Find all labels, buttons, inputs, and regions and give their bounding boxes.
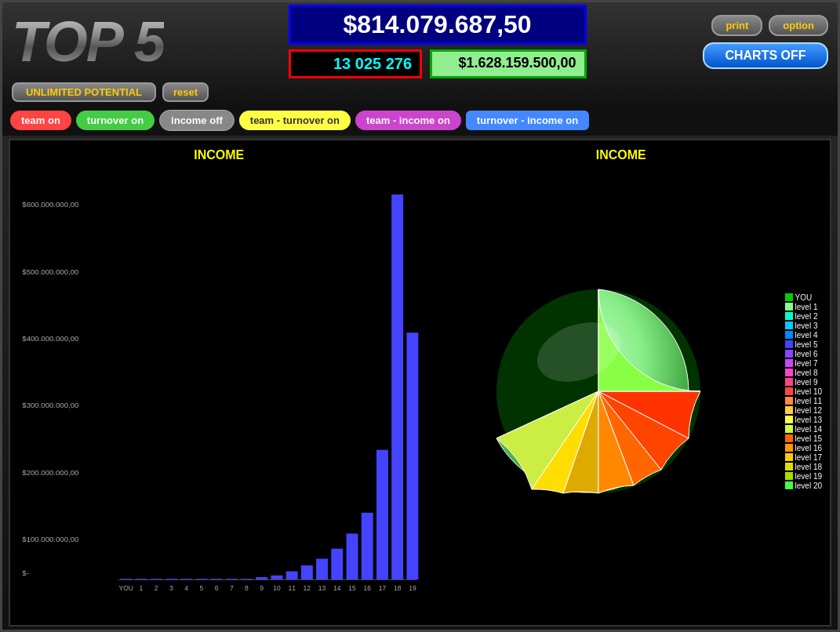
legend-color-swatch <box>785 340 793 348</box>
team-on-button[interactable]: team on <box>10 111 71 130</box>
team-income-on-button[interactable]: team - income on <box>355 111 461 130</box>
svg-text:$-: $- <box>22 568 29 577</box>
pie-svg-wrapper <box>420 281 777 501</box>
svg-rect-18 <box>271 576 282 579</box>
legend-color-swatch <box>785 416 793 423</box>
legend-color-swatch <box>785 312 793 320</box>
chart-area: INCOME $600.000.000,00 $500.000.000,00 $… <box>9 139 831 627</box>
team-turnover-on-button[interactable]: team - turnover on <box>239 111 351 130</box>
print-button[interactable]: print <box>711 15 762 36</box>
legend-item: level 18 <box>785 463 822 471</box>
legend-item: level 19 <box>785 472 822 481</box>
legend-label-text: level 2 <box>795 312 818 321</box>
legend-label-text: level 4 <box>795 331 818 340</box>
legend-item: level 11 <box>785 397 822 405</box>
legend-label-text: level 12 <box>795 406 822 415</box>
legend-item: level 2 <box>785 312 822 321</box>
legend-label-text: level 10 <box>795 387 822 396</box>
legend-item: level 20 <box>785 481 822 490</box>
svg-rect-24 <box>362 513 373 579</box>
legend-item: level 14 <box>785 425 822 434</box>
bar-chart-svg: $600.000.000,00 $500.000.000,00 $400.000… <box>18 165 420 617</box>
charts-off-button[interactable]: CHARTS OFF <box>703 42 828 69</box>
legend-item: level 3 <box>785 321 822 330</box>
legend-color-swatch <box>785 331 793 339</box>
legend-color-swatch <box>785 481 793 489</box>
legend-label-text: level 15 <box>795 434 822 443</box>
svg-text:19: 19 <box>409 584 416 592</box>
svg-rect-10 <box>151 579 162 579</box>
bar-chart-section: INCOME $600.000.000,00 $500.000.000,00 $… <box>18 148 420 617</box>
svg-text:3: 3 <box>169 584 173 592</box>
svg-rect-15 <box>226 579 238 579</box>
legend-label-text: level 3 <box>795 321 818 330</box>
pie-chart-svg <box>489 281 708 501</box>
legend-label-text: level 18 <box>795 463 822 471</box>
svg-text:$100.000.000,00: $100.000.000,00 <box>22 535 78 543</box>
svg-rect-22 <box>331 549 343 580</box>
legend-item: level 7 <box>785 359 822 368</box>
total-box: $1.628.159.500,00 <box>430 49 586 78</box>
svg-rect-11 <box>165 579 177 579</box>
total-value: $1.628.159.500,00 <box>458 55 576 71</box>
svg-rect-19 <box>286 572 298 580</box>
svg-text:8: 8 <box>245 584 249 592</box>
legend-item: level 15 <box>785 434 822 443</box>
legend-item: level 10 <box>785 387 822 396</box>
income-off-button[interactable]: income off <box>159 110 235 131</box>
svg-text:13: 13 <box>318 584 326 592</box>
legend-color-swatch <box>785 406 793 414</box>
svg-rect-13 <box>195 579 207 579</box>
bar-chart-title: INCOME <box>18 148 420 162</box>
legend-label-text: level 16 <box>795 444 822 452</box>
legend-item: level 4 <box>785 331 822 340</box>
legend-item: level 9 <box>785 378 822 387</box>
legend-item: level 17 <box>785 453 822 462</box>
svg-text:4: 4 <box>184 584 188 592</box>
count-value: 13 025 276 <box>333 55 412 72</box>
legend-color-swatch <box>785 369 793 376</box>
legend-color-swatch <box>785 359 793 367</box>
legend-label-text: level 1 <box>795 303 818 311</box>
svg-rect-12 <box>180 579 192 579</box>
logo: TOP 5 <box>12 13 164 70</box>
option-button[interactable]: option <box>769 15 828 36</box>
legend-label-text: level 17 <box>795 453 822 462</box>
pie-chart-section: INCOME <box>420 148 823 617</box>
header-center: $814.079.687,50 13 025 276 $1.628.159.50… <box>180 5 695 78</box>
legend-color-swatch <box>785 293 793 301</box>
pie-chart-title: INCOME <box>596 148 646 162</box>
main-value-box: $814.079.687,50 <box>289 5 587 45</box>
legend-label-text: level 11 <box>795 397 822 405</box>
legend-label-text: level 8 <box>795 369 818 377</box>
legend-label-text: level 20 <box>795 481 822 490</box>
turnover-on-button[interactable]: turnover on <box>76 111 155 130</box>
svg-text:YOU: YOU <box>118 584 133 592</box>
svg-rect-20 <box>301 565 313 579</box>
main-value: $814.079.687,50 <box>343 10 531 38</box>
bar-chart-container: $600.000.000,00 $500.000.000,00 $400.000… <box>18 165 420 617</box>
legend-color-swatch <box>785 350 793 358</box>
svg-rect-23 <box>347 534 358 580</box>
legend-label-text: YOU <box>795 293 813 302</box>
reset-button[interactable]: reset <box>162 82 209 102</box>
svg-text:$600.000.000,00: $600.000.000,00 <box>22 200 78 209</box>
pie-chart-container: YOUlevel 1level 2level 3level 4level 5le… <box>420 165 823 617</box>
svg-text:$200.000.000,00: $200.000.000,00 <box>22 468 78 477</box>
legend-label-text: level 14 <box>795 425 822 434</box>
svg-text:14: 14 <box>333 584 341 592</box>
legend-item: level 8 <box>785 369 822 377</box>
legend-color-swatch <box>785 397 793 405</box>
svg-text:7: 7 <box>230 584 234 592</box>
toggle-row: team on turnover on income off team - tu… <box>2 105 838 136</box>
legend-color-swatch <box>785 321 793 329</box>
svg-rect-21 <box>316 559 328 580</box>
legend-color-swatch <box>785 444 793 452</box>
svg-text:6: 6 <box>215 584 219 592</box>
svg-rect-25 <box>376 450 388 579</box>
legend-label-text: level 6 <box>795 350 818 358</box>
unlimited-badge: UNLIMITED POTENTIAL <box>12 82 156 102</box>
app-container: TOP 5 $814.079.687,50 13 025 276 $1.628.… <box>0 0 840 632</box>
turnover-income-on-button[interactable]: turnover - income on <box>466 111 589 130</box>
legend-item: level 12 <box>785 406 822 415</box>
